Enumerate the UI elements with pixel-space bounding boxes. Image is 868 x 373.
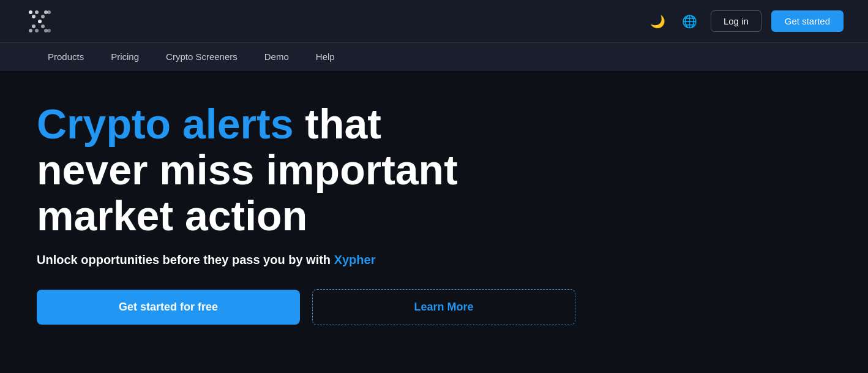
hero-subtitle-text: Unlock opportunities before they pass yo… <box>37 253 334 266</box>
nav-item-crypto-screeners[interactable]: Crypto Screeners <box>155 48 249 66</box>
svg-point-11 <box>47 29 51 32</box>
svg-point-8 <box>35 29 39 32</box>
header-top: 🌙 🌐 Log in Get started <box>0 0 868 43</box>
nav-item-help[interactable]: Help <box>305 48 346 66</box>
svg-point-2 <box>32 15 36 18</box>
hero-subtitle: Unlock opportunities before they pass yo… <box>37 253 465 267</box>
svg-point-0 <box>29 10 32 14</box>
login-button[interactable]: Log in <box>711 10 761 32</box>
svg-point-3 <box>38 20 42 23</box>
svg-point-12 <box>41 24 45 28</box>
nav-item-pricing[interactable]: Pricing <box>100 48 150 66</box>
logo-icon <box>24 6 55 37</box>
svg-point-7 <box>29 29 32 32</box>
svg-point-1 <box>35 10 39 14</box>
svg-point-5 <box>47 10 51 14</box>
svg-point-9 <box>32 24 36 28</box>
svg-point-6 <box>41 15 45 18</box>
header-right: 🌙 🌐 Log in Get started <box>647 10 844 32</box>
get-started-header-button[interactable]: Get started <box>771 10 844 32</box>
hero-brand-name: Xypher <box>334 253 376 266</box>
hero-title-highlight: Crypto alerts <box>37 100 293 147</box>
logo-area <box>24 6 55 37</box>
language-button[interactable]: 🌐 <box>679 10 701 32</box>
hero-title: Crypto alerts that never miss important … <box>37 101 465 238</box>
nav-item-products[interactable]: Products <box>37 48 95 66</box>
get-started-free-button[interactable]: Get started for free <box>37 290 300 325</box>
nav-bar: Products Pricing Crypto Screeners Demo H… <box>0 43 868 70</box>
globe-icon: 🌐 <box>682 14 697 29</box>
moon-icon: 🌙 <box>650 14 665 29</box>
nav-item-demo[interactable]: Demo <box>253 48 300 66</box>
hero-buttons: Get started for free Learn More <box>37 289 831 325</box>
moon-toggle-button[interactable]: 🌙 <box>647 10 669 32</box>
main-content: Crypto alerts that never miss important … <box>0 70 868 373</box>
learn-more-button[interactable]: Learn More <box>312 289 575 325</box>
